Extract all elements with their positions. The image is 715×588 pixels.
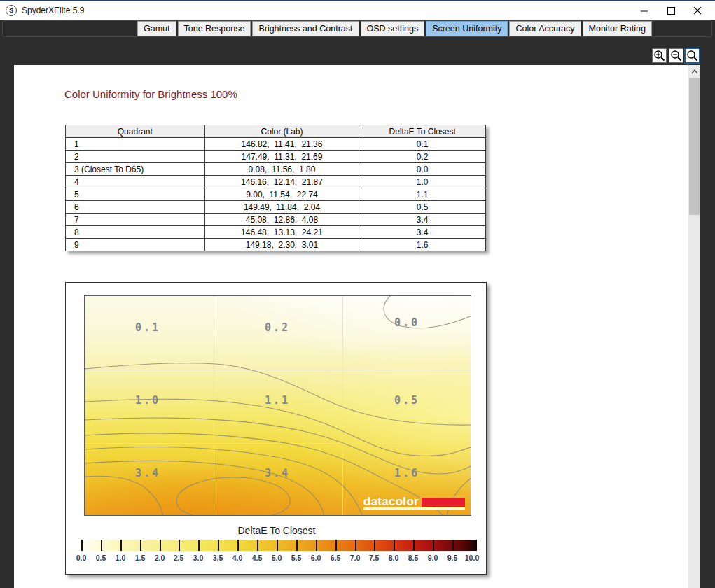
colorbar-tick — [316, 540, 317, 551]
quadrant-value-label: 3.4 — [132, 467, 163, 479]
colorbar-tick — [257, 540, 258, 551]
zoom-in-button[interactable] — [652, 48, 667, 63]
datacolor-logo: datacolor — [363, 496, 465, 510]
tab-screen-uniformity[interactable]: Screen Uniformity — [426, 21, 508, 36]
cell-lab: 147.49, 11.31, 21.69 — [204, 150, 359, 163]
report-page: Color Uniformity for Brightness 100% Qua… — [14, 65, 688, 588]
table-row: 5 9.00, 11.54, 22.74 1.1 — [66, 188, 486, 201]
colorbar-tick-label: 2.0 — [149, 554, 170, 562]
colorbar-tick-label: 8.5 — [403, 554, 424, 562]
tab-tone-response[interactable]: Tone Response — [178, 21, 251, 36]
cell-delta: 0.0 — [359, 163, 486, 176]
cell-lab: 149.49, 11.84, 2.04 — [204, 201, 359, 214]
scrollbar-thumb[interactable] — [689, 78, 700, 215]
cell-delta: 0.5 — [359, 201, 486, 214]
quadrant-value-label: 0.2 — [262, 321, 293, 334]
cell-quadrant: 1 — [66, 138, 205, 150]
colorbar-tick — [394, 540, 395, 551]
colorbar-tick — [335, 540, 337, 551]
col-header-quadrant: Quadrant — [66, 125, 205, 138]
colorbar-tick — [413, 540, 415, 551]
cell-quadrant: 6 — [66, 201, 205, 214]
colorbar-tick — [160, 540, 161, 551]
maximize-icon — [667, 7, 675, 15]
cell-lab: 146.48, 13.13, 24.21 — [204, 226, 359, 239]
cell-delta: 3.4 — [359, 214, 486, 226]
app-logo-icon: S — [6, 5, 17, 16]
uniformity-table: Quadrant Color (Lab) DeltaE To Closest 1… — [65, 125, 486, 251]
cell-lab: 146.16, 12.14, 21.87 — [204, 176, 359, 188]
close-button[interactable] — [684, 1, 711, 20]
colorbar-tick — [218, 540, 219, 551]
colorbar-tick-label: 4.5 — [247, 554, 268, 562]
cell-quadrant: 4 — [66, 176, 205, 188]
tab-brightness-and-contrast[interactable]: Brightness and Contrast — [252, 21, 359, 36]
quadrant-value-label: 0.5 — [391, 394, 422, 407]
colorbar-tick — [296, 540, 298, 551]
zoom-select-button[interactable] — [684, 48, 700, 64]
colorbar-title: DeltaE To Closest — [66, 525, 487, 536]
table-header-row: Quadrant Color (Lab) DeltaE To Closest — [66, 125, 486, 138]
tab-osd-settings[interactable]: OSD settings — [361, 21, 425, 36]
colorbar-tick — [374, 540, 375, 551]
colorbar-tick — [433, 540, 434, 551]
colorbar-tick-label: 0.0 — [71, 554, 92, 562]
zoom-out-icon — [670, 50, 682, 62]
tab-color-accuracy[interactable]: Color Accuracy — [509, 21, 581, 36]
close-icon — [694, 7, 702, 15]
tab-monitor-rating[interactable]: Monitor Rating — [583, 21, 652, 36]
cell-lab: 146.82, 11.41, 21.36 — [204, 138, 359, 150]
tab-bar: Gamut Tone Response Brightness and Contr… — [137, 21, 652, 36]
minimize-icon — [641, 7, 648, 15]
contour-plot: 0.1 0.2 0.0 1.0 1.1 0.5 3.4 3.4 1.6 data… — [84, 295, 471, 516]
colorbar-tick-label: 4.0 — [227, 554, 248, 562]
colorbar-tick-label: 7.0 — [345, 554, 366, 562]
colorbar-tick-label: 1.0 — [110, 554, 131, 562]
colorbar-tick — [237, 540, 239, 551]
titlebar: S SpyderXElite 5.9 — [0, 0, 715, 20]
colorbar-tick — [120, 540, 122, 551]
minimize-button[interactable] — [631, 1, 658, 20]
datacolor-logo-text: datacolor — [363, 496, 419, 507]
zoom-in-icon — [653, 50, 665, 62]
cell-quadrant: 5 — [66, 188, 205, 201]
table-row: 2 147.49, 11.31, 21.69 0.2 — [66, 150, 486, 163]
cell-delta: 3.4 — [359, 226, 486, 239]
table-row: 6 149.49, 11.84, 2.04 0.5 — [66, 201, 486, 214]
colorbar-tick-label: 3.0 — [188, 554, 209, 562]
cell-quadrant: 7 — [66, 214, 205, 226]
window-controls — [631, 1, 711, 20]
colorbar-tick — [81, 540, 83, 551]
cell-quadrant: 3 (Closest To D65) — [66, 163, 205, 176]
cell-lab: 149.18, 2.30, 3.01 — [204, 239, 359, 251]
cell-quadrant: 8 — [66, 226, 205, 239]
colorbar-tick-label: 3.5 — [207, 554, 228, 562]
maximize-button[interactable] — [658, 1, 684, 20]
datacolor-logo-bar — [422, 498, 465, 507]
colorbar-tick — [277, 540, 278, 551]
tab-gamut[interactable]: Gamut — [137, 21, 176, 36]
table-row: 1 146.82, 11.41, 21.36 0.1 — [66, 138, 486, 150]
scroll-up-button[interactable] — [688, 65, 700, 77]
colorbar-tick-label: 9.5 — [442, 554, 463, 562]
table-row: 8 146.48, 13.13, 24.21 3.4 — [66, 226, 486, 239]
quadrant-value-label: 0.0 — [391, 316, 422, 329]
cell-delta: 1.0 — [359, 176, 486, 188]
scroll-up-icon — [690, 69, 699, 74]
cell-quadrant: 2 — [66, 150, 205, 163]
uniformity-figure: 0.1 0.2 0.0 1.0 1.1 0.5 3.4 3.4 1.6 data… — [65, 282, 487, 575]
vertical-scrollbar[interactable] — [688, 65, 700, 588]
zoom-out-button[interactable] — [669, 48, 683, 63]
quadrant-value-label: 1.1 — [262, 394, 293, 407]
colorbar-tick — [140, 540, 141, 551]
colorbar-tick — [198, 540, 200, 551]
table-row: 4 146.16, 12.14, 21.87 1.0 — [66, 176, 486, 188]
colorbar-tick-label: 2.5 — [168, 554, 189, 562]
cell-lab: 0.08, 11.56, 1.80 — [204, 163, 359, 176]
table-row: 9 149.18, 2.30, 3.01 1.6 — [66, 239, 486, 251]
colorbar-tick — [472, 540, 473, 551]
colorbar-tick-label: 9.0 — [422, 554, 443, 562]
colorbar-tick-label: 6.5 — [325, 554, 346, 562]
cell-quadrant: 9 — [66, 239, 205, 251]
colorbar-tick-label: 0.5 — [90, 554, 111, 562]
